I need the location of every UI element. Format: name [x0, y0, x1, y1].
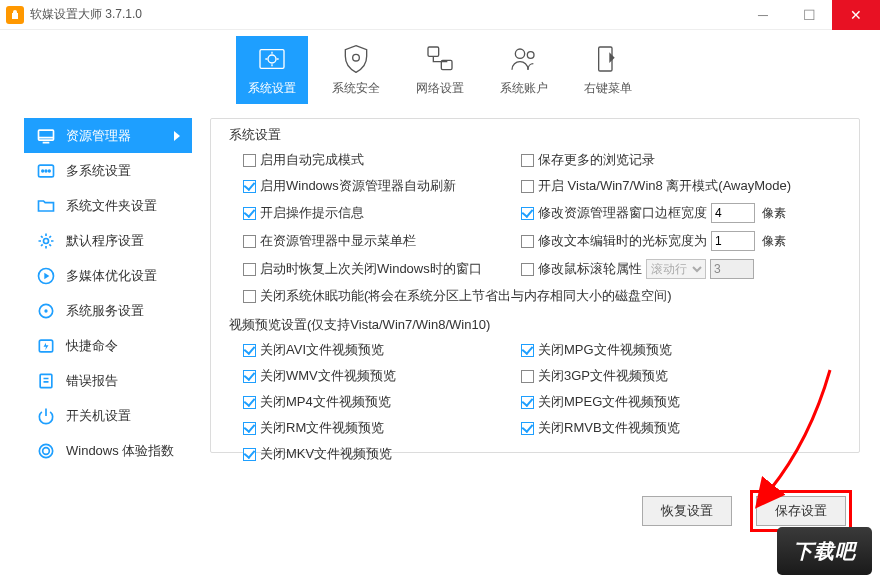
rmvb-checkbox[interactable] [521, 422, 534, 435]
monitor-icon [36, 126, 56, 146]
sidebar-item-multimedia[interactable]: 多媒体优化设置 [24, 258, 192, 293]
tab-system-settings[interactable]: 系统设置 [236, 36, 308, 104]
folder-icon [36, 196, 56, 216]
sidebar-item-label: 系统文件夹设置 [66, 197, 157, 215]
sidebar-item-experience[interactable]: Windows 体验指数 [24, 433, 192, 468]
checkbox-row: 关闭MPG文件视频预览 [521, 341, 845, 359]
users-icon [508, 43, 540, 75]
tab-system-account[interactable]: 系统账户 [488, 36, 560, 104]
close-button[interactable]: ✕ [832, 0, 880, 30]
checkbox-row: 关闭WMV文件视频预览 [243, 367, 513, 385]
mpeg-checkbox[interactable] [521, 396, 534, 409]
checkbox-label: 在资源管理器中显示菜单栏 [260, 232, 416, 250]
show-menubar-checkbox[interactable] [243, 235, 256, 248]
svg-point-10 [42, 170, 44, 172]
scroll-lines-input[interactable] [710, 259, 754, 279]
svg-point-6 [527, 52, 534, 59]
sidebar-item-label: 多系统设置 [66, 162, 131, 180]
sidebar-item-multisys[interactable]: 多系统设置 [24, 153, 192, 188]
checkbox-label: 保存更多的浏览记录 [538, 151, 655, 169]
3gp-checkbox[interactable] [521, 370, 534, 383]
sidebar-item-power[interactable]: 开关机设置 [24, 398, 192, 433]
checkbox-label: 启用Windows资源管理器自动刷新 [260, 177, 456, 195]
maximize-button[interactable]: ☐ [786, 0, 832, 30]
tab-label: 右键菜单 [584, 80, 632, 97]
mp4-checkbox[interactable] [243, 396, 256, 409]
group-title: 系统设置 [225, 126, 845, 144]
checkbox-row: 修改鼠标滚轮属性滚动行 [521, 259, 845, 279]
more-history-checkbox[interactable] [521, 154, 534, 167]
svg-point-11 [45, 170, 47, 172]
sidebar: 资源管理器 多系统设置 系统文件夹设置 默认程序设置 多媒体优化设置 系统服务设… [24, 118, 192, 468]
sidebar-item-sysfolder[interactable]: 系统文件夹设置 [24, 188, 192, 223]
tip-info-checkbox[interactable] [243, 207, 256, 220]
checkbox-label: 关闭RMVB文件视频预览 [538, 419, 680, 437]
unit-label: 像素 [762, 233, 786, 250]
gear-icon [256, 43, 288, 75]
checkbox-row: 关闭MPEG文件视频预览 [521, 393, 845, 411]
auto-refresh-checkbox[interactable] [243, 180, 256, 193]
rm-checkbox[interactable] [243, 422, 256, 435]
cursor-width-input[interactable] [711, 231, 755, 251]
sidebar-item-label: 资源管理器 [66, 127, 131, 145]
auto-complete-checkbox[interactable] [243, 154, 256, 167]
checkbox-label: 关闭MPEG文件视频预览 [538, 393, 680, 411]
checkbox-row: 修改文本编辑时的光标宽度为像素 [521, 231, 845, 251]
tab-label: 系统账户 [500, 80, 548, 97]
sidebar-item-explorer[interactable]: 资源管理器 [24, 118, 192, 153]
tab-label: 系统设置 [248, 80, 296, 97]
tab-label: 系统安全 [332, 80, 380, 97]
tab-context-menu[interactable]: 右键菜单 [572, 36, 644, 104]
svg-point-19 [39, 444, 52, 457]
checkbox-row: 关闭AVI文件视频预览 [243, 341, 513, 359]
away-mode-checkbox[interactable] [521, 180, 534, 193]
mpg-checkbox[interactable] [521, 344, 534, 357]
checkbox-label: 关闭WMV文件视频预览 [260, 367, 396, 385]
checkbox-label: 启用自动完成模式 [260, 151, 364, 169]
sidebar-item-services[interactable]: 系统服务设置 [24, 293, 192, 328]
svg-point-5 [515, 49, 524, 58]
checkbox-label: 修改资源管理器窗口边框宽度 [538, 204, 707, 222]
checkbox-row: 关闭RMVB文件视频预览 [521, 419, 845, 437]
border-width-checkbox[interactable] [521, 207, 534, 220]
svg-point-13 [44, 238, 49, 243]
scroll-wheel-checkbox[interactable] [521, 263, 534, 276]
checkbox-row: 启用Windows资源管理器自动刷新 [243, 177, 513, 195]
disable-hibernate-checkbox[interactable] [243, 290, 256, 303]
checkbox-label: 修改文本编辑时的光标宽度为 [538, 232, 707, 250]
power-icon [36, 406, 56, 426]
checkbox-label: 修改鼠标滚轮属性 [538, 260, 642, 278]
checkbox-row: 关闭MKV文件视频预览 [243, 445, 513, 463]
sidebar-item-shortcut[interactable]: 快捷命令 [24, 328, 192, 363]
top-tabs: 系统设置 系统安全 网络设置 系统账户 右键菜单 [0, 30, 880, 104]
checkbox-row: 关闭系统休眠功能(将会在系统分区上节省出与内存相同大小的磁盘空间) [243, 287, 845, 305]
report-icon [36, 371, 56, 391]
group-title: 视频预览设置(仅支持Vista/Win7/Win8/Win10) [225, 316, 845, 334]
sidebar-item-default-programs[interactable]: 默认程序设置 [24, 223, 192, 258]
wmv-checkbox[interactable] [243, 370, 256, 383]
checkbox-label: 关闭MPG文件视频预览 [538, 341, 672, 359]
cursor-width-checkbox[interactable] [521, 235, 534, 248]
checkbox-label: 关闭MKV文件视频预览 [260, 445, 392, 463]
sidebar-item-label: 快捷命令 [66, 337, 118, 355]
restore-windows-checkbox[interactable] [243, 263, 256, 276]
sidebar-item-label: 系统服务设置 [66, 302, 144, 320]
tab-network-settings[interactable]: 网络设置 [404, 36, 476, 104]
save-button[interactable]: 保存设置 [756, 496, 846, 526]
checkbox-row: 在资源管理器中显示菜单栏 [243, 231, 513, 251]
mkv-checkbox[interactable] [243, 448, 256, 461]
sidebar-item-error-report[interactable]: 错误报告 [24, 363, 192, 398]
svg-point-2 [353, 54, 360, 61]
avi-checkbox[interactable] [243, 344, 256, 357]
border-width-input[interactable] [711, 203, 755, 223]
tab-system-security[interactable]: 系统安全 [320, 36, 392, 104]
minimize-button[interactable]: ─ [740, 0, 786, 30]
checkbox-label: 开启 Vista/Win7/Win8 离开模式(AwayMode) [538, 177, 791, 195]
titlebar: 软媒设置大师 3.7.1.0 ─ ☐ ✕ [0, 0, 880, 30]
restore-button[interactable]: 恢复设置 [642, 496, 732, 526]
checkbox-row: 启用自动完成模式 [243, 151, 513, 169]
sidebar-item-label: 默认程序设置 [66, 232, 144, 250]
window-title: 软媒设置大师 3.7.1.0 [30, 6, 142, 23]
checkbox-label: 关闭MP4文件视频预览 [260, 393, 391, 411]
scroll-mode-select[interactable]: 滚动行 [646, 259, 706, 279]
